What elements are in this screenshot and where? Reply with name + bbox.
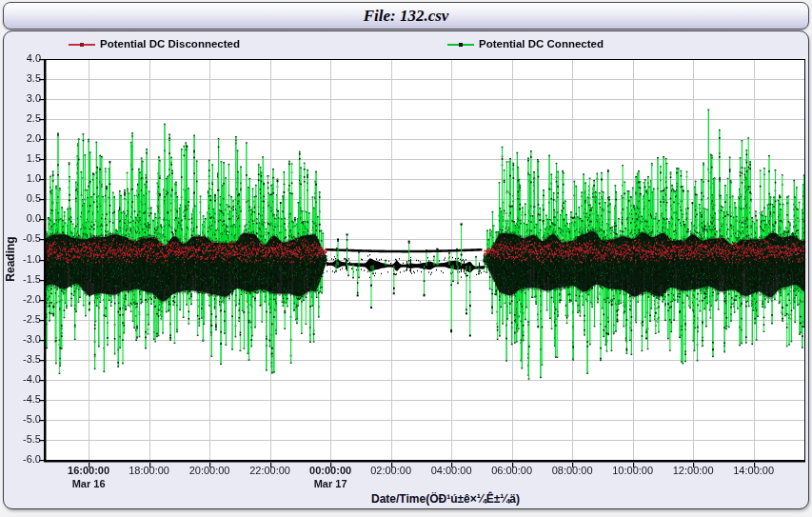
connected-series-marker-icon (447, 44, 474, 46)
y-tick-label: 2.5 (0, 112, 41, 124)
window-titlebar: File: 132.csv (3, 2, 809, 30)
legend-label-disconnected: Potential DC Disconnected (100, 38, 240, 50)
disconnected-series-marker-icon (69, 44, 95, 46)
y-tick-label: -6.0 (0, 453, 41, 465)
x-tick-label: 18:00:00 (119, 465, 180, 476)
x-tick-label: 16:00:00 (58, 465, 119, 476)
x-tick-label: 00:00:00 (300, 465, 361, 476)
x-tick-label: 04:00:00 (421, 465, 482, 476)
y-tick-label: -5.5 (0, 433, 41, 445)
x-tick-date-label: Mar 16 (58, 478, 119, 489)
y-tick-label: 3.0 (0, 92, 41, 104)
y-tick-label: 1.5 (0, 152, 41, 164)
y-tick-label: -3.5 (0, 353, 41, 365)
y-tick-label: -1.5 (0, 273, 41, 285)
y-tick-label: -2.0 (0, 293, 41, 305)
y-tick-label: 0.0 (0, 212, 41, 224)
y-tick-label: 3.5 (0, 72, 41, 84)
y-tick-label: -2.5 (0, 313, 41, 325)
legend-label-connected: Potential DC Connected (479, 38, 604, 50)
y-tick-label: -0.5 (0, 232, 41, 244)
y-tick-label: 2.0 (0, 132, 41, 144)
x-tick-date-label: Mar 17 (300, 478, 361, 489)
x-axis-title: Date/Time(ÖÐ¹ú±ê×¼Ê±¼ä) (350, 492, 541, 506)
x-tick-label: 20:00:00 (179, 465, 240, 476)
y-tick-label: -1.0 (0, 253, 41, 265)
x-tick-label: 14:00:00 (723, 465, 784, 476)
y-tick-label: -4.0 (0, 373, 41, 385)
y-tick-label: 0.5 (0, 192, 41, 204)
x-tick-label: 02:00:00 (361, 465, 422, 476)
x-tick-label: 08:00:00 (542, 465, 603, 476)
y-tick-label: -4.5 (0, 393, 41, 405)
y-tick-label: 1.0 (0, 172, 41, 184)
plot-canvas[interactable] (8, 34, 806, 472)
y-tick-label: -5.0 (0, 413, 41, 425)
x-tick-label: 12:00:00 (663, 465, 723, 476)
x-tick-label: 06:00:00 (482, 465, 543, 476)
x-tick-label: 22:00:00 (240, 465, 301, 476)
y-tick-label: 4.0 (0, 52, 41, 64)
application-window: File: 132.csv Potential DC Disconnected … (0, 0, 812, 517)
x-tick-label: 10:00:00 (603, 465, 663, 476)
window-title: File: 132.csv (4, 3, 808, 29)
y-tick-label: -3.0 (0, 333, 41, 345)
